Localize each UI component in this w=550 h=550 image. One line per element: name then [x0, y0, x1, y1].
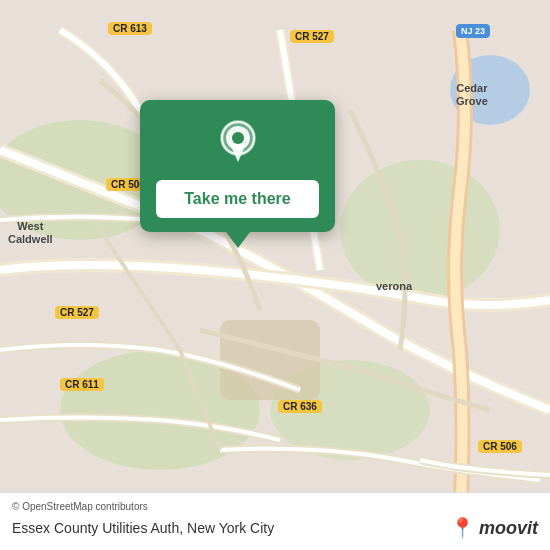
place-label-west-caldwell: WestCaldwell	[8, 220, 53, 246]
svg-point-3	[340, 160, 500, 300]
take-me-there-button[interactable]: Take me there	[156, 180, 319, 218]
place-label-cedar-grove: CedarGrove	[456, 82, 488, 108]
road-label-cr636: CR 636	[278, 400, 322, 413]
svg-rect-5	[220, 320, 320, 400]
location-row: Essex County Utilities Auth, New York Ci…	[12, 516, 538, 540]
map-attribution: © OpenStreetMap contributors	[12, 501, 538, 512]
road-label-nj23: NJ 23	[456, 24, 490, 38]
map-container: CR 613 CR 527 CR 506 CR 527 CR 611 CR 63…	[0, 0, 550, 550]
road-label-cr613: CR 613	[108, 22, 152, 35]
moovit-logo: 📍 moovit	[450, 516, 538, 540]
place-label-verona: verona	[376, 280, 412, 293]
location-pin-icon	[212, 118, 264, 170]
location-text: Essex County Utilities Auth, New York Ci…	[12, 520, 274, 536]
moovit-pin-icon: 📍	[450, 516, 475, 540]
road-label-cr506-right: CR 506	[478, 440, 522, 453]
road-label-cr527-mid: CR 527	[55, 306, 99, 319]
road-label-cr611: CR 611	[60, 378, 104, 391]
road-label-cr527-top: CR 527	[290, 30, 334, 43]
svg-point-9	[232, 132, 244, 144]
moovit-brand-text: moovit	[479, 518, 538, 539]
bottom-bar: © OpenStreetMap contributors Essex Count…	[0, 492, 550, 550]
popup-card: Take me there	[140, 100, 335, 232]
